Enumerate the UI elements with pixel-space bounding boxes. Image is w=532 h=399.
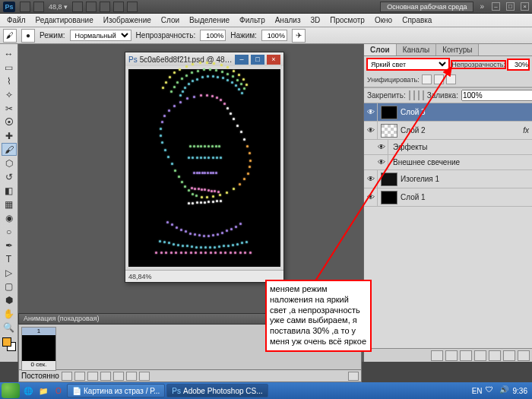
start-button[interactable]	[2, 383, 20, 398]
arrange-docs-icon[interactable]	[113, 2, 124, 12]
blend-mode-select[interactable]: Нормальный	[70, 30, 131, 41]
layer-opacity-input[interactable]	[508, 59, 529, 70]
tab-paths[interactable]: Контуры	[436, 44, 479, 55]
brush-tool-icon[interactable]: 🖌	[2, 143, 17, 156]
menu-layers[interactable]: Слои	[157, 16, 183, 24]
zoom-tool-icon[interactable]	[86, 2, 97, 12]
first-frame-icon[interactable]	[62, 372, 72, 381]
menu-file[interactable]: Файл	[3, 16, 30, 24]
path-tool-icon[interactable]: ▷	[2, 266, 17, 279]
system-tray[interactable]: EN 🛡 🔊 9:36	[469, 385, 530, 396]
menu-3d[interactable]: 3D	[306, 16, 324, 24]
fx-badge[interactable]: fx	[523, 126, 529, 135]
mask-icon[interactable]	[460, 350, 472, 361]
color-swatch[interactable]	[2, 337, 16, 351]
crop-tool-icon[interactable]: ✂	[2, 102, 17, 115]
play-icon[interactable]	[87, 372, 98, 381]
workspace-switcher[interactable]: Основная рабочая среда	[380, 2, 473, 12]
delete-frame-icon[interactable]	[139, 372, 150, 381]
lang-indicator[interactable]: EN	[472, 387, 483, 395]
rotate-view-icon[interactable]	[100, 2, 110, 12]
tween-icon[interactable]	[113, 372, 124, 381]
ql-opera-icon[interactable]: O	[52, 384, 65, 397]
hand-tool-icon[interactable]: ✋	[2, 307, 17, 320]
fx-icon[interactable]	[445, 350, 458, 361]
ql-folder-icon[interactable]: 📁	[36, 384, 50, 397]
taskbar-item[interactable]: 📄Картина из страз / Р...	[67, 384, 165, 397]
prev-frame-icon[interactable]	[74, 372, 85, 381]
healing-tool-icon[interactable]: ✚	[2, 129, 17, 142]
document-canvas[interactable]	[128, 69, 280, 267]
menu-analysis[interactable]: Анализ	[271, 16, 305, 24]
doc-maximize-icon[interactable]: □	[251, 55, 264, 65]
window-minimize-icon[interactable]: –	[492, 2, 500, 11]
stamp-tool-icon[interactable]: ⬡	[2, 157, 17, 169]
ps-logo-icon: Ps	[3, 2, 15, 12]
workspace-chevron-icon[interactable]: »	[478, 2, 486, 11]
menu-filter[interactable]: Фильтр	[236, 16, 269, 24]
type-tool-icon[interactable]: T	[2, 252, 17, 265]
flow-input[interactable]	[261, 30, 287, 41]
options-bar: 🖌 ● Режим: Нормальный Непрозрачность: На…	[0, 27, 532, 44]
menu-image[interactable]: Изображение	[100, 16, 155, 24]
brush-size-picker[interactable]: ●	[21, 29, 35, 43]
windows-taskbar: 🌐 📁 O 📄Картина из страз / Р... PsAdobe P…	[0, 382, 532, 399]
lasso-tool-icon[interactable]: ⌇	[2, 74, 17, 87]
opacity-label: Непрозрачность:	[136, 31, 196, 40]
eraser-tool-icon[interactable]: ◧	[2, 184, 17, 197]
menu-help[interactable]: Справка	[398, 16, 435, 24]
document-window[interactable]: Ps 5c0a6e8d8f21t.psd @ 48,8% (Сл... – □ …	[125, 52, 284, 283]
tools-panel: ↔ ▭ ⌇ ✧ ✂ ⦿ ✚ 🖌 ⬡ ↺ ◧ ▦ ◉ ○ ✒ T ▷ ▢ ⬢ ✋ …	[0, 44, 18, 362]
loop-select[interactable]: Постоянно	[21, 372, 59, 380]
window-close-icon[interactable]: ×	[521, 2, 529, 11]
tray-icon[interactable]: 🔊	[499, 385, 510, 396]
hand-tool-icon[interactable]	[72, 2, 83, 12]
shape-tool-icon[interactable]: ▢	[2, 280, 17, 293]
move-tool-icon[interactable]: ↔	[2, 47, 17, 60]
menu-view[interactable]: Просмотр	[326, 16, 369, 24]
menu-select[interactable]: Выделение	[185, 16, 233, 24]
group-icon[interactable]	[489, 350, 501, 361]
tab-channels[interactable]: Каналы	[397, 44, 437, 55]
doc-minimize-icon[interactable]: –	[235, 55, 249, 65]
mode-label: Режим:	[40, 31, 65, 40]
gradient-tool-icon[interactable]: ▦	[2, 198, 17, 211]
app-title-bar: Ps 48,8 ▾ Основная рабочая среда » – □ ×	[0, 0, 532, 14]
next-frame-icon[interactable]	[100, 372, 111, 381]
screen-mode-icon[interactable]	[127, 2, 138, 12]
window-maximize-icon[interactable]: □	[506, 2, 515, 11]
taskbar-item[interactable]: PsAdobe Photoshop CS...	[166, 384, 268, 397]
menu-edit[interactable]: Редактирование	[32, 16, 97, 24]
link-layers-icon[interactable]	[431, 350, 443, 361]
flow-label: Нажим:	[230, 31, 257, 40]
view-extras-icon[interactable]	[33, 2, 44, 12]
launch-bridge-icon[interactable]	[20, 2, 30, 12]
marquee-tool-icon[interactable]: ▭	[2, 61, 17, 74]
clock[interactable]: 9:36	[513, 387, 527, 395]
pen-tool-icon[interactable]: ✒	[2, 239, 17, 252]
wand-tool-icon[interactable]: ✧	[2, 88, 17, 101]
zoom-level[interactable]: 48,8 ▾	[49, 3, 68, 11]
menu-window[interactable]: Окно	[371, 16, 396, 24]
timeline-toggle-icon[interactable]	[348, 372, 359, 381]
doc-close-icon[interactable]: ×	[267, 55, 280, 65]
brush-preset-icon[interactable]: 🖌	[3, 29, 17, 43]
trash-icon[interactable]	[518, 350, 530, 361]
3d-tool-icon[interactable]: ⬢	[2, 293, 17, 306]
document-titlebar[interactable]: Ps 5c0a6e8d8f21t.psd @ 48,8% (Сл... – □ …	[125, 52, 283, 66]
dodge-tool-icon[interactable]: ○	[2, 225, 17, 238]
animation-frame[interactable]: 1 0 сек.	[21, 327, 56, 371]
zoom-tool-icon[interactable]: 🔍	[2, 321, 17, 334]
history-brush-tool-icon[interactable]: ↺	[2, 170, 17, 183]
eyedropper-tool-icon[interactable]: ⦿	[2, 116, 17, 128]
blur-tool-icon[interactable]: ◉	[2, 211, 17, 224]
ql-ie-icon[interactable]: 🌐	[21, 384, 35, 397]
duplicate-frame-icon[interactable]	[126, 372, 137, 381]
airbrush-icon[interactable]: ✈	[292, 29, 306, 43]
opacity-input[interactable]	[200, 30, 226, 41]
adjustment-icon[interactable]	[474, 350, 486, 361]
tray-icon[interactable]: 🛡	[486, 385, 496, 396]
layers-footer	[364, 348, 532, 362]
new-layer-icon[interactable]	[503, 350, 515, 361]
tab-layers[interactable]: Слои	[364, 44, 397, 55]
